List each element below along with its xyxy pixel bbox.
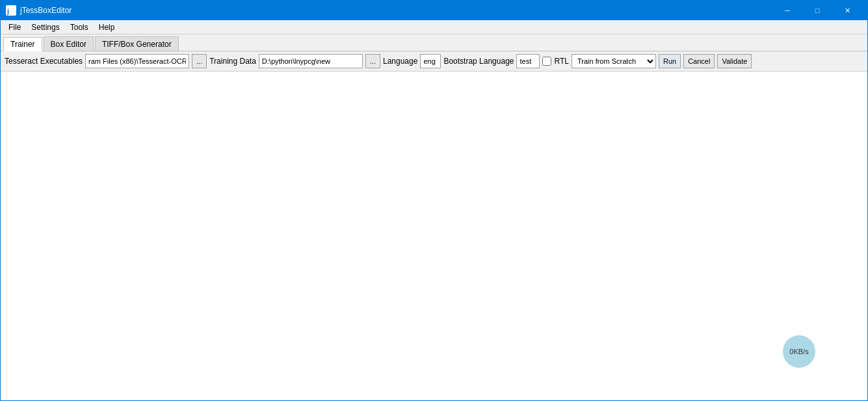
run-button[interactable]: Run <box>659 54 681 68</box>
tabs-bar: Trainer Box Editor TIFF/Box Generator <box>1 35 867 51</box>
main-content-area: 0KB/s <box>1 72 867 400</box>
status-speed-text: 0KB/s <box>789 348 808 355</box>
rtl-label: RTL <box>554 57 568 66</box>
validate-button[interactable]: Validate <box>717 54 752 68</box>
minimize-button[interactable]: ─ <box>772 1 802 20</box>
rtl-checkbox[interactable] <box>542 57 551 66</box>
menu-help[interactable]: Help <box>94 21 120 33</box>
svg-text:j: j <box>7 7 9 15</box>
close-button[interactable]: ✕ <box>832 1 862 20</box>
bootstrap-language-input[interactable] <box>516 54 540 68</box>
tab-trainer[interactable]: Trainer <box>3 37 42 51</box>
trainer-toolbar: Tesseract Executables ... Training Data … <box>1 51 867 72</box>
tab-box-editor[interactable]: Box Editor <box>44 36 94 51</box>
status-speed-indicator: 0KB/s <box>783 335 815 368</box>
bootstrap-language-label: Bootstrap Language <box>443 57 514 66</box>
training-data-label: Training Data <box>209 57 256 66</box>
menu-tools[interactable]: Tools <box>65 21 94 33</box>
language-input[interactable] <box>420 54 441 68</box>
window-title: jTessBoxEditor <box>20 6 772 15</box>
tesseract-executables-label: Tesseract Executables <box>5 57 83 66</box>
cancel-button[interactable]: Cancel <box>683 54 715 68</box>
language-label: Language <box>383 57 417 66</box>
menu-file[interactable]: File <box>3 21 26 33</box>
menu-settings[interactable]: Settings <box>26 21 64 33</box>
maximize-button[interactable]: □ <box>802 1 832 20</box>
menu-bar: File Settings Tools Help <box>1 20 867 35</box>
tab-tiff-generator[interactable]: TIFF/Box Generator <box>95 36 179 51</box>
tesseract-browse-button[interactable]: ... <box>192 54 207 68</box>
training-data-input[interactable] <box>259 54 363 68</box>
main-window: j jTessBoxEditor ─ □ ✕ File Settings Too… <box>0 0 868 401</box>
train-from-select[interactable]: Train from Scratch Train from Existing M… <box>572 54 656 68</box>
window-controls: ─ □ ✕ <box>772 1 862 20</box>
title-bar: j jTessBoxEditor ─ □ ✕ <box>1 1 867 20</box>
training-data-browse-button[interactable]: ... <box>365 54 380 68</box>
app-icon: j <box>6 5 16 16</box>
tesseract-executables-input[interactable] <box>85 54 189 68</box>
